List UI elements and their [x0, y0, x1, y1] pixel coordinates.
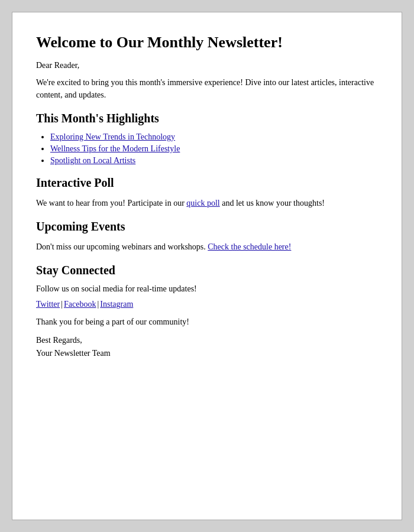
poll-text-after: and let us know your thoughts!: [220, 199, 325, 207]
thank-you-text: Thank you for being a part of our commun…: [36, 317, 378, 327]
poll-text-before: We want to hear from you! Participate in…: [36, 199, 186, 207]
highlight-link-3[interactable]: Spotlight on Local Artists: [50, 156, 135, 165]
highlights-section-title: This Month's Highlights: [36, 112, 378, 125]
separator-1: |: [61, 300, 63, 309]
highlights-list: Exploring New Trends in Technology Welln…: [50, 132, 378, 166]
events-link[interactable]: Check the schedule here!: [208, 242, 291, 251]
social-follow-text: Follow us on social media for real-time …: [36, 284, 378, 294]
sign-off-line1: Best Regards,: [36, 336, 82, 345]
instagram-link[interactable]: Instagram: [100, 300, 133, 309]
intro-text: We're excited to bring you this month's …: [36, 76, 378, 101]
social-links: Twitter|Facebook|Instagram: [36, 300, 378, 309]
list-item: Spotlight on Local Artists: [50, 156, 378, 166]
greeting: Dear Reader,: [36, 61, 378, 70]
twitter-link[interactable]: Twitter: [36, 300, 60, 309]
sign-off-line2: Your Newsletter Team: [36, 349, 111, 358]
poll-section-title: Interactive Poll: [36, 176, 378, 190]
poll-link[interactable]: quick poll: [186, 199, 219, 207]
highlight-link-1[interactable]: Exploring New Trends in Technology: [50, 132, 175, 141]
events-section-title: Upcoming Events: [36, 220, 378, 233]
sign-off: Best Regards, Your Newsletter Team: [36, 334, 378, 361]
facebook-link[interactable]: Facebook: [64, 300, 96, 309]
social-section-title: Stay Connected: [36, 264, 378, 277]
email-container: Welcome to Our Monthly Newsletter! Dear …: [12, 12, 402, 520]
poll-text: We want to hear from you! Participate in…: [36, 197, 378, 209]
list-item: Wellness Tips for the Modern Lifestyle: [50, 144, 378, 154]
events-text: Don't miss our upcoming webinars and wor…: [36, 241, 378, 253]
list-item: Exploring New Trends in Technology: [50, 132, 378, 142]
highlight-link-2[interactable]: Wellness Tips for the Modern Lifestyle: [50, 144, 180, 153]
events-text-before: Don't miss our upcoming webinars and wor…: [36, 242, 208, 251]
separator-2: |: [97, 300, 99, 309]
main-title: Welcome to Our Monthly Newsletter!: [36, 34, 378, 51]
